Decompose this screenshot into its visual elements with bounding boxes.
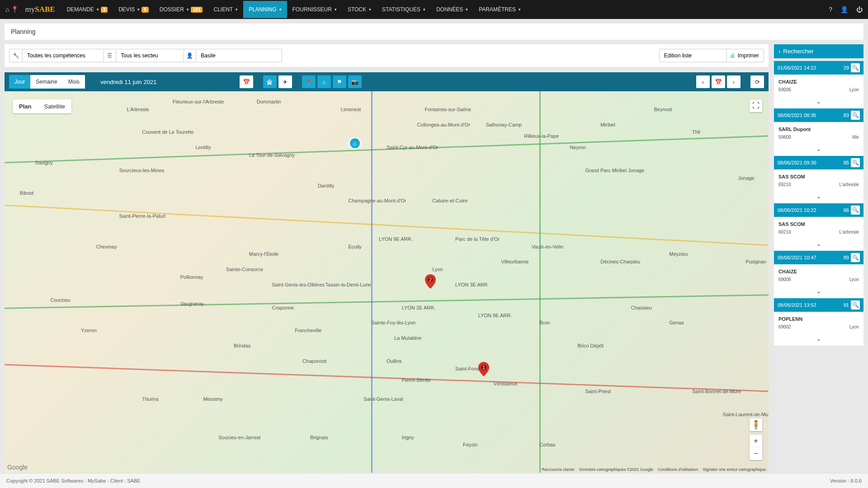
search-icon[interactable]: 🔍 <box>851 111 860 120</box>
map-label: Yzeron <box>81 328 97 333</box>
search-icon[interactable]: 🔍 <box>851 300 860 310</box>
pegman-icon[interactable]: 🧍 <box>750 418 762 431</box>
map-label: Saint-Cyr-au-Mont-d'Or <box>387 145 438 150</box>
map-pin-1[interactable]: 1 <box>478 362 489 376</box>
map-label: Beynost <box>654 107 672 112</box>
calendar-icon[interactable]: 📅 <box>240 75 253 88</box>
competence-select[interactable]: Toutes les compétences <box>23 49 104 62</box>
nav-fournisseur[interactable]: FOURNISSEUR▾ <box>287 1 342 18</box>
map-pin-2[interactable]: 2 <box>425 274 436 289</box>
map-label: LYON 8E ARR. <box>478 313 512 318</box>
location-icon[interactable]: 📍 <box>11 6 19 13</box>
view-week-button[interactable]: Semaine <box>30 75 62 89</box>
map-type-satellite[interactable]: Satellite <box>38 99 71 113</box>
map-label: Dommartin <box>257 99 281 104</box>
wrench-icon: 🔧 <box>9 49 23 62</box>
map-label: Fontaines-sur-Saône <box>425 107 472 112</box>
search-icon[interactable]: 🔍 <box>851 158 860 167</box>
next-icon[interactable]: › <box>727 75 741 88</box>
pin-icon[interactable]: 📍 <box>302 75 316 88</box>
power-icon[interactable]: ⏻ <box>856 6 863 13</box>
flag-icon[interactable]: ⚑ <box>333 75 346 88</box>
print-button[interactable]: 🖨Imprimer <box>725 49 764 62</box>
view-month-button[interactable]: Mois <box>63 75 85 89</box>
map-label: Grand Parc Miribel Jonage <box>585 168 644 173</box>
result-card: 08/06/2021 13:5291🔍POPLENN69002Lyon⌄ <box>774 298 863 346</box>
search-icon[interactable]: 🔍 <box>851 63 860 72</box>
map-toolbar: Jour Semaine Mois vendredi 11 juin 2021 … <box>5 72 769 91</box>
search-icon[interactable]: 🔍 <box>851 206 860 215</box>
map-label: Dardilly <box>318 183 335 188</box>
map-label: Sainte-Foy-lès-Lyon <box>371 320 415 325</box>
map-label: Couvent de La Tourette <box>142 129 193 135</box>
road-icon[interactable]: 🛣 <box>263 75 277 88</box>
map-label: Brignais <box>310 435 328 440</box>
view-day-button[interactable]: Jour <box>9 75 30 89</box>
map-label: Écully <box>349 244 362 249</box>
map-label: La Tour-de-Salvagny <box>249 152 295 158</box>
map-label: Brindas <box>234 343 250 348</box>
home-pin[interactable]: ⌂ <box>349 137 361 150</box>
home-toolbar-icon[interactable]: ⌂ <box>317 75 331 88</box>
home-icon[interactable]: ⌂ <box>5 6 9 13</box>
card-header: 01/06/2021 14:2229🔍 <box>774 61 863 75</box>
map-label: Sourcieux-les-Mines <box>119 168 165 173</box>
sector-select[interactable]: Tous les secteu <box>116 49 184 62</box>
result-card: 08/06/2021 10:4789🔍CHAIZE69006Lyon⌄ <box>774 251 863 298</box>
map-label: Craponne <box>272 305 294 310</box>
result-card: 08/06/2021 10:2286🔍SAS SCOM69210L'arbres… <box>774 203 863 251</box>
nav-données[interactable]: DONNÉES▾ <box>431 1 473 18</box>
nav-stock[interactable]: STOCK▾ <box>342 1 377 18</box>
map-label: Sainte-Consorce <box>226 267 263 272</box>
nav-dossier[interactable]: DOSSIER▾101 <box>154 1 208 18</box>
fullscreen-icon[interactable]: ⛶ <box>750 99 762 112</box>
map-label: L'Arbresle <box>127 107 149 112</box>
map-label: Parc de la Tête d'Or <box>455 236 500 242</box>
help-icon[interactable]: ? <box>829 6 832 13</box>
nav-demande[interactable]: DEMANDE▾3 <box>61 1 113 18</box>
expand-icon[interactable]: ⌄ <box>774 239 863 251</box>
expand-icon[interactable]: ⌄ <box>774 334 863 346</box>
result-card: 08/06/2021 08:3583🔍SARL Dupont59800lille… <box>774 108 863 156</box>
prev-icon[interactable]: ‹ <box>696 75 710 88</box>
zoom-in-button[interactable]: + <box>750 435 762 447</box>
map-label: Pusignan <box>745 259 766 264</box>
breadcrumb: Planning <box>5 23 863 40</box>
user-icon[interactable]: 👤 <box>840 6 848 13</box>
zoom-out-button[interactable]: − <box>750 447 762 460</box>
map-label: Lyon <box>432 267 443 272</box>
person-icon: 👤 <box>183 49 196 62</box>
expand-icon[interactable]: ⌄ <box>774 192 863 203</box>
refresh-icon[interactable]: ⟳ <box>750 75 764 88</box>
nav-planning[interactable]: PLANNING▾ <box>243 1 287 18</box>
print-icon: 🖨 <box>730 52 735 59</box>
user-select[interactable]: Basile <box>196 49 282 62</box>
expand-icon[interactable]: ⌄ <box>774 286 863 298</box>
right-sidebar: › Rechercher 01/06/2021 14:2229🔍CHAIZE69… <box>774 44 863 473</box>
map-type-plan[interactable]: Plan <box>13 99 38 113</box>
search-icon[interactable]: 🔍 <box>851 253 860 262</box>
nav-devis[interactable]: DEVIS▾5 <box>113 1 154 18</box>
nav-statistiques[interactable]: STATISTIQUES▾ <box>377 1 431 18</box>
map-labels: L'ArbresleFleurieux-sur-l'ArbresleDommar… <box>5 91 769 473</box>
map-label: Corbas <box>539 442 555 447</box>
map-container[interactable]: L'ArbresleFleurieux-sur-l'ArbresleDommar… <box>5 91 769 473</box>
map-label: Genas <box>669 320 684 325</box>
expand-icon[interactable]: ⌄ <box>774 144 863 156</box>
chevron-right-icon: › <box>778 48 780 55</box>
plane-icon[interactable]: ✈ <box>278 75 292 88</box>
view-mode-group: Jour Semaine Mois <box>9 75 85 89</box>
map-label: Champagne-au-Mont-d'Or <box>349 198 406 203</box>
expand-icon[interactable]: ⌄ <box>774 97 863 108</box>
camera-icon[interactable]: 📷 <box>348 75 362 88</box>
nav-paramètres[interactable]: PARAMÈTRES▾ <box>473 1 526 18</box>
google-logo: Google <box>7 464 28 471</box>
card-client: POPLENN <box>778 316 859 322</box>
search-header[interactable]: › Rechercher <box>774 44 863 58</box>
map-label: Marcy-l'Étoile <box>249 251 279 257</box>
map-label: Rillieux-la-Pape <box>524 133 559 139</box>
map-label: Saint-Genis-les-Ollières <box>272 282 325 287</box>
nav-client[interactable]: CLIENT▾ <box>208 1 243 18</box>
edition-select[interactable]: Edition liste <box>659 49 727 62</box>
today-icon[interactable]: 📅 <box>712 75 725 88</box>
